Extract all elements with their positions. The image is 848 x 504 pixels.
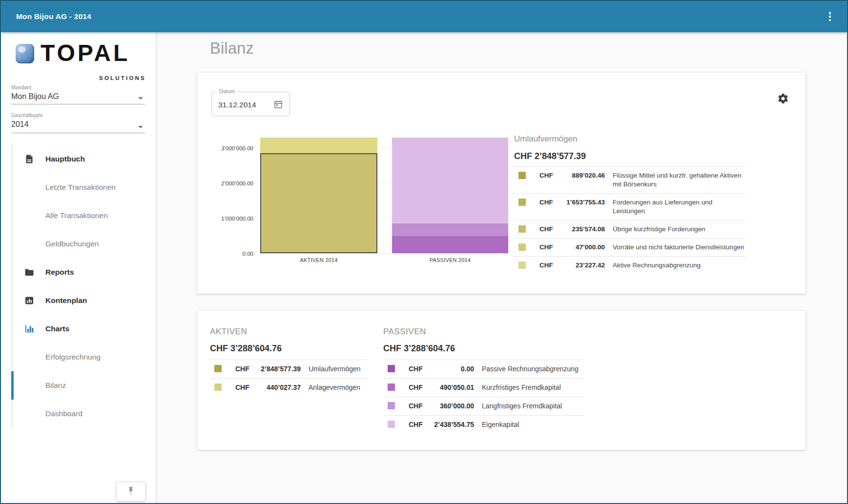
detail-row: CHF889’020.46Flüssige Mittel und kurzfr.… [514,166,745,193]
legend-color-swatch [518,262,526,269]
amount-value: 490’050.01 [425,383,474,392]
aktiven-row: CHF440’027.37Anlagevermögen [210,378,367,397]
nav-icon-spacer [24,239,34,249]
sidebar-item-geldbuchungen[interactable]: Geldbuchungen [13,230,149,258]
currency-label: CHF [409,364,425,374]
sidebar-item-label: Dashboard [45,409,83,418]
currency-label: CHF [409,383,425,392]
legend-color-swatch [388,365,395,372]
sidebar-item-charts[interactable]: Charts [13,315,149,343]
amount-value: 235’574.08 [556,225,605,234]
aktiven-total: CHF 3’288’604.76 [210,343,367,354]
passiven-total: CHF 3’288’604.76 [383,343,584,354]
bar-passiven-2014[interactable] [392,138,508,253]
currency-label: CHF [539,171,556,180]
account-label: Langfristiges Fremdkapital [482,402,584,411]
mandant-select[interactable]: Mandant Mon Bijou AG [11,84,145,104]
y-axis-tick-label: 3’000’000.00 [221,145,253,151]
currency-label: CHF [235,364,252,374]
passiven-row: CHF490’050.01Kurzfristiges Fremdkapital [383,378,584,397]
chevron-down-icon [138,126,143,128]
gear-icon[interactable] [777,93,789,104]
aktiven-title: AKTIVEN [210,327,367,337]
accounts-chart-icon [24,296,34,305]
pin-icon [125,485,136,498]
amount-value: 1’653’755.43 [556,198,605,207]
sidebar-item-label: Letzte Transaktionen [45,183,116,192]
sidebar-item-label: Alle Transaktionen [45,211,108,220]
detail-panel-title: Umlaufvermögen [514,134,745,144]
sidebar-item-letzte-transaktionen[interactable]: Letzte Transaktionen [13,173,149,202]
passiven-row: CHF360’000.00Langfristiges Fremdkapital [383,397,584,415]
y-axis-tick-label: 1’000’000.00 [221,216,253,222]
account-label: Forderungen aus Lieferungen und Leistung… [613,198,745,216]
account-label: Passive Rechnungsabgrenzung [482,364,584,374]
bar-segment-eigenkapital[interactable] [392,138,508,223]
account-label: Aktive Rechnungsabgrenzung [613,261,745,270]
passiven-row: CHF0.00Passive Rechnungsabgrenzung [383,360,584,378]
amount-value: 440’027.37 [252,383,301,392]
bar-chart-icon [24,324,34,334]
detail-row: CHF235’574.08Übrige kurzfristige Forderu… [514,220,745,238]
window-title: Mon Bijou AG - 2014 [16,12,91,21]
legend-color-swatch [214,383,222,391]
datum-field[interactable]: Datum 31.12.2014 [211,92,290,116]
sidebar-item-dashboard[interactable]: Dashboard [13,400,149,428]
app-window: Mon Bijou AG - 2014 TOPAL SOLUTIONS Mand… [0,0,848,504]
detail-row: CHF47’000.00Vorräte und nicht fakturiert… [514,238,745,256]
sidebar-item-label: Bilanz [45,381,66,390]
topal-cube-icon [16,44,34,63]
x-axis-label: PASSIVEN 2014 [392,257,508,263]
currency-label: CHF [539,261,556,270]
passiven-title: PASSIVEN [383,327,584,337]
amount-value: 47’000.00 [556,243,605,252]
account-label: Flüssige Mittel und kurzfr. gehaltene Ak… [613,171,745,189]
passiven-section: PASSIVEN CHF 3’288’604.76 CHF0.00Passive… [383,327,584,434]
pin-sidebar-button[interactable] [116,482,145,501]
geschaeftsjahr-value: 2014 [11,120,145,129]
currency-label: CHF [235,383,252,392]
amount-value: 889’020.46 [556,171,605,180]
currency-label: CHF [539,198,556,207]
account-label: Umlaufvermögen [309,364,367,374]
top-bar: Mon Bijou AG - 2014 [1,1,847,32]
bar-segment-anlagevermoegen[interactable] [260,138,377,153]
kebab-menu-icon[interactable] [827,12,832,21]
sidebar-item-kontenplan[interactable]: Kontenplan [13,286,149,315]
geschaeftsjahr-label: Geschäftsjahr [11,112,145,118]
sidebar-item-hauptbuch[interactable]: Hauptbuch [13,145,149,173]
balance-chart-card: Datum 31.12.2014 0.001’000’000.002’000’0… [197,73,806,294]
bar-segment-umlaufvermoegen[interactable] [260,153,377,253]
sidebar-nav: HauptbuchLetzte TransaktionenAlle Transa… [11,145,149,428]
nav-icon-spacer [24,211,34,221]
sidebar-item-label: Reports [45,268,74,277]
legend-color-swatch [214,365,222,372]
nav-icon-spacer [24,182,34,192]
datum-field-value: 31.12.2014 [218,101,256,109]
document-icon [24,154,34,164]
detail-row: CHF1’653’755.43Forderungen aus Lieferung… [514,193,745,220]
sidebar-item-reports[interactable]: Reports [13,258,149,286]
sidebar-item-erfolgsrechnung[interactable]: Erfolgsrechnung [13,343,149,371]
bar-aktiven-2014[interactable] [260,138,377,253]
bar-segment-langfristiges-fremdkapital[interactable] [392,223,508,236]
balance-stacked-bar-chart [260,138,508,253]
y-axis: 0.001’000’000.002’000’000.003’000’000.00 [210,138,253,253]
sidebar-item-bilanz[interactable]: Bilanz [13,371,149,400]
bar-segment-kurzfristiges-fremdkapital[interactable] [392,236,508,253]
y-axis-tick-label: 0.00 [243,251,253,257]
amount-value: 0.00 [425,364,474,374]
legend-color-swatch [388,421,395,428]
detail-row: CHF23’227.42Aktive Rechnungsabgrenzung [514,256,745,274]
mandant-label: Mandant [11,84,145,90]
legend-color-swatch [518,172,526,179]
currency-label: CHF [539,225,556,234]
amount-value: 2’438’554.75 [425,420,474,429]
geschaeftsjahr-select[interactable]: Geschäftsjahr 2014 [11,112,145,133]
amount-value: 360’000.00 [425,402,474,411]
sidebar-item-alle-transaktionen[interactable]: Alle Transaktionen [13,202,149,230]
calendar-icon[interactable] [273,100,283,109]
account-label: Vorräte und nicht fakturierte Dienstleis… [613,243,745,252]
account-label: Kurzfristiges Fremdkapital [482,383,584,392]
detail-panel-total: CHF 2’848’577.39 [514,151,745,161]
